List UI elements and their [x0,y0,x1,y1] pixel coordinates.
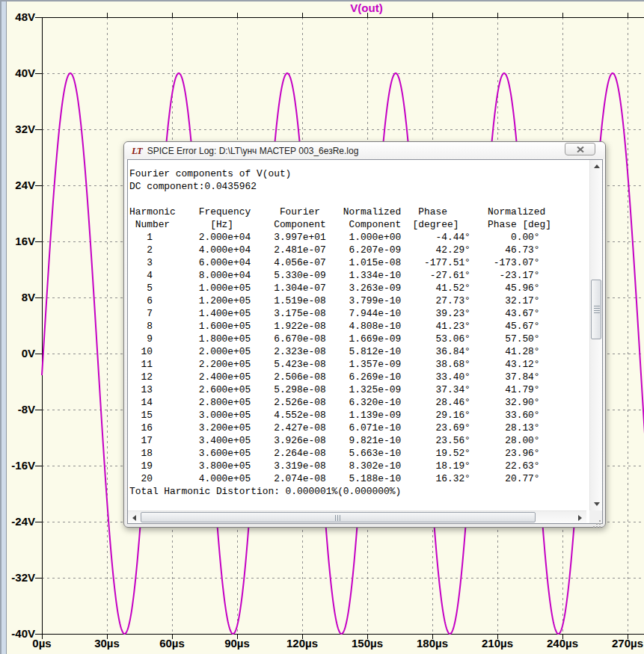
y-axis-label: -24V [2,516,35,528]
x-axis-label: 0µs [19,637,65,650]
y-axis-label: 48V [2,11,35,23]
vertical-scrollbar-thumb[interactable] [591,280,601,339]
up-arrow-icon [594,164,600,168]
x-axis-label: 150µs [344,637,390,650]
y-axis-label: 40V [2,67,35,79]
y-axis-label: 32V [2,123,35,135]
ltspice-waveform-window: { "chart_data": { "type": "line", "title… [0,0,644,654]
log-content-area: Fourier components of V(out) DC componen… [127,159,603,524]
x-axis-label: 240µs [539,637,586,650]
ltspice-logo-icon: LT [132,145,142,157]
dialog-titlebar[interactable]: LT SPICE Error Log: D:\LT\унч МАСТЕР 003… [124,142,605,159]
y-axis-label: -8V [2,404,35,416]
y-axis-label: 0V [2,348,35,360]
down-arrow-icon [594,502,600,506]
thumb-grip [594,306,600,313]
dialog-title: SPICE Error Log: D:\LT\унч МАСТЕР 003_6е… [147,146,359,156]
scrollbar-corner [589,510,602,523]
scroll-up-button[interactable] [590,160,603,173]
x-axis-label: 270µs [604,637,644,650]
y-axis-label: -16V [2,460,35,472]
horizontal-scrollbar-thumb[interactable] [141,512,536,522]
vertical-scrollbar[interactable] [589,160,602,510]
x-axis-label: 30µs [84,637,130,650]
close-icon [577,146,584,152]
scroll-right-button[interactable] [574,511,586,524]
scroll-down-button[interactable] [590,498,603,510]
right-arrow-icon [578,515,582,521]
y-axis-label: 24V [2,179,35,191]
left-arrow-icon [132,515,136,521]
scroll-left-button[interactable] [128,511,141,524]
x-axis-label: 210µs [474,637,521,650]
trace-title: V(out) [299,1,434,14]
log-text: Fourier components of V(out) DC componen… [129,167,551,498]
spice-error-log-window: LT SPICE Error Log: D:\LT\унч МАСТЕР 003… [123,141,606,528]
horizontal-scrollbar[interactable] [128,510,586,523]
x-axis-label: 90µs [214,637,260,650]
y-axis-label: 8V [2,291,35,303]
x-axis-label: 180µs [409,637,456,650]
x-axis-label: 60µs [149,637,195,650]
thumb-grip [335,515,341,521]
y-axis-label: -32V [2,572,35,584]
y-axis-label: 16V [2,235,35,247]
close-button[interactable] [565,143,595,155]
resize-grip-icon[interactable] [599,520,601,522]
x-axis-label: 120µs [279,637,325,650]
